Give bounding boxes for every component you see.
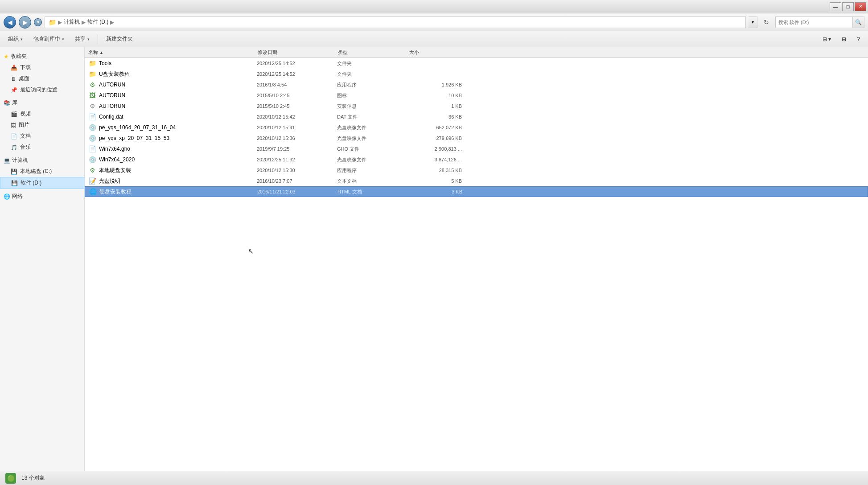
sidebar-computer-header[interactable]: 💻 计算机 [0,155,84,166]
column-name-header[interactable]: 名称 ▲ [88,49,258,56]
sidebar-network-header[interactable]: 🌐 网络 [0,191,84,202]
file-icon: ⚙ [88,166,96,174]
sidebar-item-drive-d[interactable]: 💾 软件 (D:) [0,177,84,189]
include-button[interactable]: 包含到库中 ▾ [29,33,69,45]
table-row[interactable]: 📝 光盘说明 2016/10/23 7:07 文本文档 5 KB [85,176,868,186]
computer-section: 💻 计算机 💾 本地磁盘 (C:) 💾 软件 (D:) [0,155,84,189]
sidebar-item-music[interactable]: 🎵 音乐 [0,142,84,153]
search-button[interactable]: 🔍 [852,17,864,28]
file-size: 279,696 KB [408,136,462,141]
star-icon: ★ [4,53,9,60]
status-count: 13 个对象 [21,474,45,482]
file-date: 2016/1/8 4:54 [257,82,337,87]
document-icon: 📄 [11,133,17,140]
include-arrow: ▾ [62,37,64,41]
preview-pane-button[interactable]: ⊟ [837,33,851,45]
help-button[interactable]: ? [852,33,864,45]
sidebar-item-image[interactable]: 🖼 图片 [0,119,84,131]
address-path[interactable]: 📁 ▶ 计算机 ▶ 软件 (D:) ▶ [45,16,746,28]
close-button[interactable]: ✕ [855,2,866,11]
view-toggle-button[interactable]: ⊟ ▾ [818,33,835,45]
computer-icon: 💻 [4,157,10,164]
favorites-section: ★ 收藏夹 📥 下载 🖥 桌面 📌 最近访问的位置 [0,51,84,95]
table-row[interactable]: 💿 pe_yqs_xp_20_07_31_15_53 2020/10/12 15… [85,133,868,144]
column-size-header[interactable]: 大小 [409,49,463,56]
table-row[interactable]: ⚙ AUTORUN 2016/1/8 4:54 应用程序 1,926 KB [85,79,868,90]
column-type-header[interactable]: 类型 [338,49,409,56]
minimize-button[interactable]: — [830,2,841,11]
status-icon: 🟢 [5,473,16,484]
sidebar-favorites-header[interactable]: ★ 收藏夹 [0,51,84,62]
table-row[interactable]: 🖼 AUTORUN 2015/5/10 2:45 图标 10 KB [85,90,868,101]
file-name: U盘安装教程 [99,70,257,78]
file-date: 2019/9/7 19:25 [257,146,337,152]
file-date: 2020/10/12 15:30 [257,168,337,173]
file-date: 2020/12/25 14:52 [257,71,337,77]
file-type: DAT 文件 [337,114,408,120]
organize-button[interactable]: 组织 ▾ [4,33,27,45]
table-row[interactable]: 📄 Config.dat 2020/10/12 15:42 DAT 文件 36 … [85,111,868,122]
file-icon: 💿 [88,156,96,164]
file-type: HTML 文档 [337,189,409,195]
library-section: 📚 库 🎬 视频 🖼 图片 📄 文档 🎵 音乐 [0,97,84,153]
drive-c-icon: 💾 [11,169,17,175]
file-size: 36 KB [408,114,462,119]
path-computer[interactable]: 计算机 [64,18,80,26]
file-name: AUTORUN [99,92,257,99]
search-input[interactable] [776,20,852,25]
table-row[interactable]: 📁 Tools 2020/12/25 14:52 文件夹 [85,58,868,69]
file-icon: 💿 [88,123,96,132]
address-dropdown-button[interactable]: ▾ [749,16,757,28]
column-date-header[interactable]: 修改日期 [258,49,338,56]
new-folder-button[interactable]: 新建文件夹 [102,33,137,45]
sidebar-item-video[interactable]: 🎬 视频 [0,108,84,119]
path-drive[interactable]: 软件 (D:) [87,18,108,26]
new-folder-label: 新建文件夹 [106,35,133,43]
search-box: 🔍 [775,16,864,28]
maximize-button[interactable]: □ [842,2,854,11]
back-button[interactable]: ◀ [4,16,16,29]
file-icon: 📄 [88,145,96,153]
content-area: 名称 ▲ 修改日期 类型 大小 📁 Tools 2020/12/25 14:52… [85,47,868,471]
column-headers: 名称 ▲ 修改日期 类型 大小 [85,47,868,58]
table-row[interactable]: 🌐 硬盘安装教程 2016/11/21 22:03 HTML 文档 3 KB [85,186,868,197]
image-label: 图片 [19,121,29,129]
file-type: 文件夹 [337,60,408,67]
file-name: pe_yqs_xp_20_07_31_15_53 [99,135,257,141]
title-bar: — □ ✕ [0,0,868,13]
image-icon: 🖼 [11,122,16,128]
file-date: 2020/10/12 15:42 [257,114,337,119]
file-name: 光盘说明 [99,177,257,185]
computer-label: 计算机 [12,156,28,164]
sidebar-item-recent[interactable]: 📌 最近访问的位置 [0,84,84,95]
favorites-label: 收藏夹 [11,53,27,60]
share-button[interactable]: 共享 ▾ [70,33,94,45]
sidebar-item-download[interactable]: 📥 下载 [0,62,84,73]
file-type: 应用程序 [337,82,408,88]
table-row[interactable]: 📁 U盘安装教程 2020/12/25 14:52 文件夹 [85,69,868,79]
library-label: 库 [12,99,17,107]
sidebar-library-header[interactable]: 📚 库 [0,97,84,108]
table-row[interactable]: ⚙ 本地硬盘安装 2020/10/12 15:30 应用程序 28,315 KB [85,165,868,176]
dropdown-nav-button[interactable]: ▾ [34,18,42,26]
file-size: 10 KB [408,93,462,98]
refresh-button[interactable]: ↻ [760,16,773,29]
file-icon: 📁 [88,70,96,78]
file-date: 2020/10/12 15:36 [257,136,337,141]
file-size: 1 KB [408,103,462,109]
share-arrow: ▾ [87,37,90,41]
table-row[interactable]: 💿 pe_yqs_1064_20_07_31_16_04 2020/10/12 … [85,122,868,133]
table-row[interactable]: ⚙ AUTORUN 2015/5/10 2:45 安装信息 1 KB [85,101,868,111]
sidebar-item-desktop[interactable]: 🖥 桌面 [0,73,84,84]
table-row[interactable]: 💿 Win7x64_2020 2020/12/25 11:32 光盘映像文件 3… [85,154,868,165]
file-list: 📁 Tools 2020/12/25 14:52 文件夹 📁 U盘安装教程 20… [85,58,868,471]
file-type: 光盘映像文件 [337,135,408,142]
video-icon: 🎬 [11,111,17,117]
download-label: 下载 [20,64,31,71]
sidebar-item-document[interactable]: 📄 文档 [0,131,84,142]
title-bar-buttons: — □ ✕ [830,2,866,11]
sidebar-item-drive-c[interactable]: 💾 本地磁盘 (C:) [0,166,84,177]
forward-button[interactable]: ▶ [19,16,31,29]
table-row[interactable]: 📄 Win7x64.gho 2019/9/7 19:25 GHO 文件 2,90… [85,144,868,154]
recent-label: 最近访问的位置 [20,86,58,94]
